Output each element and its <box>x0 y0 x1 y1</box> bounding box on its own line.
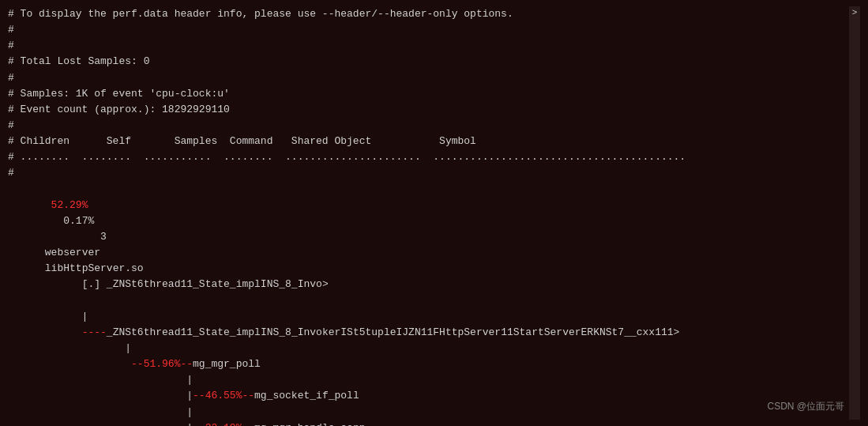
tree-line-3: | <box>8 341 860 356</box>
data-row-1: 52.29% 0.17% 3 webserver libHttpServer.s… <box>8 182 860 309</box>
tree-line-5: | <box>8 372 860 388</box>
line-1: # To display the perf.data header info, … <box>8 6 860 22</box>
tree-line-8: |--23.19%--mg_mgr_handle_conn <box>8 420 860 426</box>
symbol: [.] _ZNSt6thread11_State_implINS_8_Invo> <box>32 278 328 290</box>
terminal: # To display the perf.data header info, … <box>8 6 860 420</box>
scroll-right-arrow[interactable]: > <box>851 6 859 19</box>
tree-line-7: | <box>8 405 860 420</box>
line-7: # Event count (approx.): 18292929110 <box>8 102 860 118</box>
tree-line-6: |--46.55%--mg_socket_if_poll <box>8 388 860 404</box>
line-4: # Total Lost Samples: 0 <box>8 54 860 70</box>
samples: 3 <box>32 231 107 243</box>
tree-line-2: ----_ZNSt6thread11_State_implINS_8_Invok… <box>8 325 860 341</box>
tree-line-4: --51.96%--mg_mgr_poll <box>8 356 860 372</box>
tree-line-1: | <box>8 309 860 325</box>
watermark: CSDN @位面元哥 <box>767 400 844 413</box>
column-dots: # ........ ........ ........... ........… <box>8 149 860 165</box>
line-3: # <box>8 38 860 54</box>
command: webserver <box>32 247 100 258</box>
scrollbar[interactable]: > <box>849 6 860 420</box>
children-pct: 52.29% <box>32 199 88 211</box>
column-header: # Children Self Samples Command Shared O… <box>8 134 860 149</box>
line-8: # <box>8 118 860 134</box>
line-2: # <box>8 22 860 38</box>
line-5: # <box>8 70 860 86</box>
line-6: # Samples: 1K of event 'cpu-clock:u' <box>8 86 860 102</box>
line-9: # <box>8 165 860 181</box>
shared-object: libHttpServer.so <box>32 262 143 274</box>
self-pct: 0.17% <box>32 215 94 227</box>
